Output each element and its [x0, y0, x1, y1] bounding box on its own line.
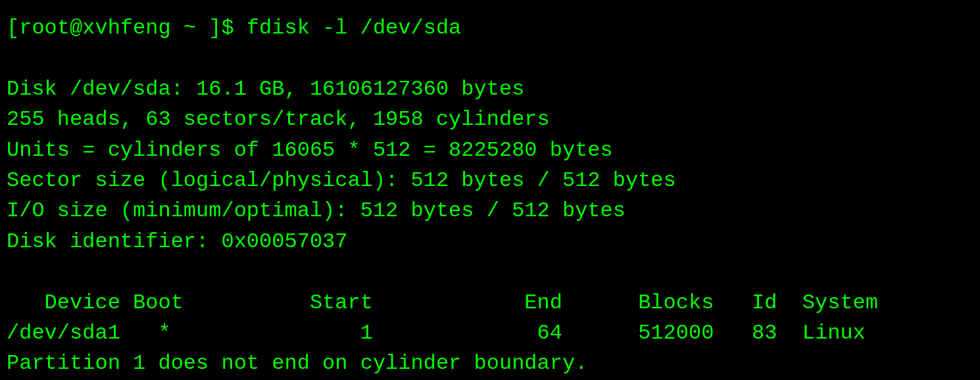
units-line: Units = cylinders of 16065 * 512 = 82252…	[7, 135, 973, 166]
prompt-line: [root@xvhfeng ~ ]$ fdisk -l /dev/sda	[7, 13, 973, 43]
sector-size-line: Sector size (logical/physical): 512 byte…	[7, 166, 973, 196]
empty-line-1	[7, 43, 973, 74]
disk-info-line: Disk /dev/sda: 16.1 GB, 16106127360 byte…	[7, 74, 973, 105]
partition-note-line: Partition 1 does not end on cylinder bou…	[7, 348, 973, 379]
table-header-line: Device Boot Start End Blocks Id System	[7, 288, 973, 318]
disk-identifier-line: Disk identifier: 0x00057037	[7, 227, 973, 257]
empty-line-2	[7, 257, 973, 287]
heads-sectors-line: 255 heads, 63 sectors/track, 1958 cylind…	[7, 105, 973, 135]
io-size-line: I/O size (minimum/optimal): 512 bytes / …	[7, 196, 973, 226]
sda1-line: /dev/sda1 * 1 64 512000 83 Linux	[7, 318, 973, 348]
